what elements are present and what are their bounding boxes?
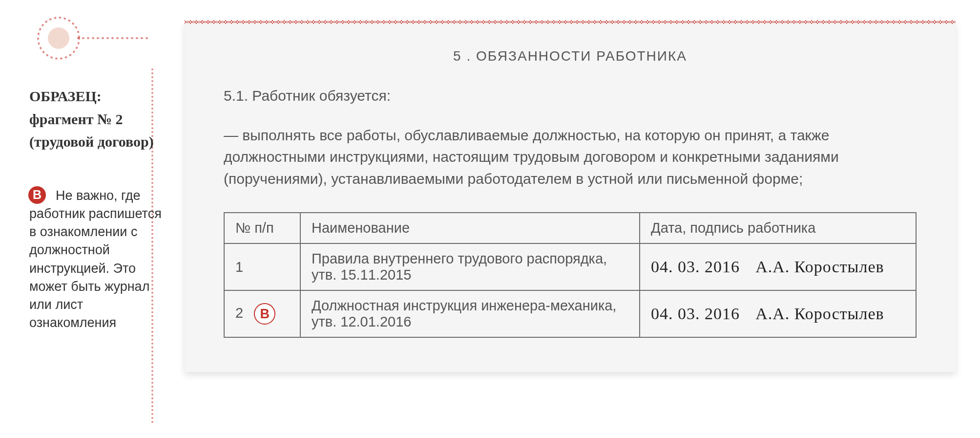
acknowledgement-table: № п/п Наименование Дата, подпись работни… <box>224 212 917 338</box>
cell-name: Правила внутреннего трудового рас­порядк… <box>300 243 640 290</box>
sample-title-line1: ОБРАЗЕЦ: <box>29 85 166 108</box>
hand-date: 04. 03. 2016 <box>651 258 740 276</box>
sidebar-note: В Не важно, где работ­ник распишется в о… <box>29 187 166 332</box>
note-marker-badge: В <box>28 186 46 204</box>
table-header-row: № п/п Наименование Дата, подпись работни… <box>224 213 916 243</box>
sidebar: ОБРАЗЕЦ: фрагмент № 2 (трудовой договор)… <box>29 22 166 332</box>
col-name: Наименование <box>300 213 640 243</box>
hand-signature: А.А. Коростылев <box>755 258 884 276</box>
row-number: 2 <box>235 305 243 321</box>
document-panel: 5 . ОБЯЗАННОСТИ РАБОТНИКА 5.1. Работник … <box>185 22 956 372</box>
cell-num: 1 <box>224 243 300 290</box>
sample-title-line3: (трудовой договор) <box>29 131 166 153</box>
hand-date: 04. 03. 2016 <box>651 305 740 323</box>
cell-num: 2 В <box>224 290 300 337</box>
cell-sign: 04. 03. 2016 А.А. Коростылев <box>640 290 916 337</box>
clause-lead: 5.1. Работник обязуется: <box>224 88 917 104</box>
clause-body: — выполнять все работы, обуславливаемые … <box>224 125 917 190</box>
sample-title: ОБРАЗЕЦ: фрагмент № 2 (трудовой договор) <box>29 85 166 153</box>
hand-signature: А.А. Коростылев <box>755 305 884 323</box>
cell-name: Должностная инструкция инженера-механика… <box>300 290 640 337</box>
inline-marker-badge: В <box>254 303 275 325</box>
note-text: Не важно, где работ­ник распишется в озн… <box>29 187 166 332</box>
section-heading: 5 . ОБЯЗАННОСТИ РАБОТНИКА <box>224 48 917 64</box>
table-row: 2 В Должностная инструкция инженера-меха… <box>224 290 916 337</box>
sample-title-line2: фрагмент № 2 <box>29 108 166 131</box>
col-sign: Дата, подпись работника <box>640 213 916 243</box>
table-row: 1 Правила внутреннего трудового рас­поря… <box>224 243 916 290</box>
col-num: № п/п <box>224 213 300 243</box>
cell-sign: 04. 03. 2016 А.А. Коростылев <box>640 243 916 290</box>
